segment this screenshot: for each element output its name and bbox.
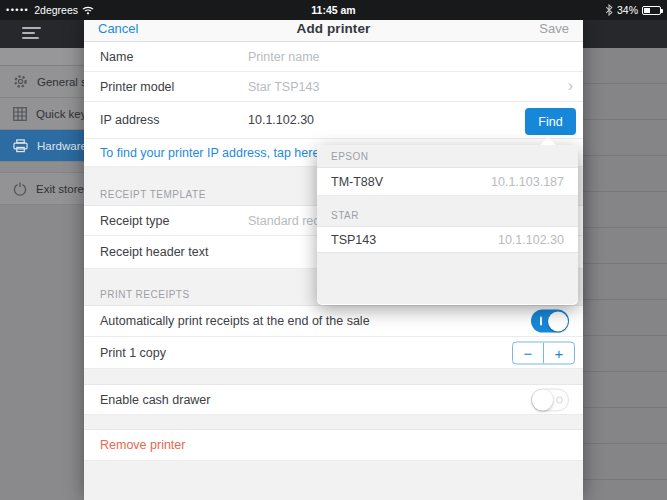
auto-print-toggle[interactable] bbox=[531, 310, 569, 333]
receipt-header-text-label: Receipt header text bbox=[100, 245, 208, 259]
power-icon bbox=[13, 182, 27, 196]
grid-icon bbox=[13, 107, 27, 121]
dimmed-background bbox=[583, 48, 667, 500]
print-receipts-section-label: PRINT RECEIPTS bbox=[100, 289, 190, 300]
sidebar-item-label: Hardware bbox=[37, 140, 87, 152]
print-copies-label: Print 1 copy bbox=[100, 346, 166, 360]
find-button[interactable]: Find bbox=[525, 108, 576, 135]
ip-help-link[interactable]: To find your printer IP address, tap her… bbox=[100, 146, 319, 160]
screen: ••••• 2degrees 11:45 am 34% bbox=[0, 0, 667, 500]
copies-stepper: − + bbox=[512, 341, 575, 364]
print-copies-row: Print 1 copy − + bbox=[84, 337, 583, 369]
name-label: Name bbox=[100, 50, 133, 64]
wifi-icon bbox=[82, 6, 94, 15]
printer-ip: 10.1.102.30 bbox=[498, 233, 564, 247]
modal-title: Add printer bbox=[84, 21, 583, 36]
popover-footer-area bbox=[317, 253, 578, 304]
menu-icon[interactable] bbox=[22, 27, 42, 41]
status-bar: ••••• 2degrees 11:45 am 34% bbox=[0, 0, 667, 20]
signal-strength-icon: ••••• bbox=[6, 5, 29, 15]
gear-icon bbox=[13, 74, 28, 89]
printer-model-value: Star TSP143 bbox=[248, 80, 319, 94]
printer-icon bbox=[13, 139, 28, 153]
printer-model-row[interactable]: Printer model Star TSP143 › bbox=[84, 72, 583, 102]
chevron-right-icon: › bbox=[568, 77, 573, 95]
section-gap bbox=[84, 369, 583, 385]
status-right: 34% bbox=[605, 4, 661, 16]
popover-arrow bbox=[540, 137, 556, 145]
section-gap bbox=[84, 415, 583, 430]
receipt-type-label: Receipt type bbox=[100, 214, 169, 228]
sidebar-item-general-settings[interactable]: General se bbox=[0, 66, 84, 98]
sidebar-item-label: Exit store bbox=[36, 183, 84, 195]
cash-drawer-label: Enable cash drawer bbox=[100, 393, 210, 407]
popover-group-header-star: STAR bbox=[317, 196, 578, 227]
sidebar-gap bbox=[0, 162, 84, 173]
name-input[interactable]: Printer name bbox=[248, 50, 320, 64]
popover-printer-item[interactable]: TSP143 10.1.102.30 bbox=[317, 227, 578, 253]
clock: 11:45 am bbox=[0, 4, 667, 16]
status-left: ••••• 2degrees bbox=[6, 4, 94, 16]
receipt-template-section-label: RECEIPT TEMPLATE bbox=[100, 189, 206, 200]
remove-printer-button[interactable]: Remove printer bbox=[100, 438, 185, 452]
sidebar-item-exit-store[interactable]: Exit store bbox=[0, 173, 84, 205]
printer-name: TM-T88V bbox=[331, 175, 383, 189]
increment-button[interactable]: + bbox=[543, 342, 574, 363]
settings-sidebar: General se Quick keys Hardware Exit stor… bbox=[0, 48, 84, 500]
ip-address-value[interactable]: 10.1.102.30 bbox=[248, 113, 314, 127]
popover-printer-item[interactable]: TM-T88V 10.1.103.187 bbox=[317, 168, 578, 196]
printer-list-popover: EPSON TM-T88V 10.1.103.187 STAR TSP143 1… bbox=[317, 145, 578, 305]
carrier-label: 2degrees bbox=[34, 4, 78, 16]
battery-percent: 34% bbox=[617, 4, 638, 16]
popover-group-header-epson: EPSON bbox=[317, 145, 578, 168]
auto-print-label: Automatically print receipts at the end … bbox=[100, 314, 370, 328]
decrement-button[interactable]: − bbox=[513, 342, 543, 363]
cancel-button[interactable]: Cancel bbox=[98, 21, 138, 36]
sidebar-item-quick-keys[interactable]: Quick keys bbox=[0, 98, 84, 130]
cash-drawer-toggle[interactable] bbox=[531, 388, 569, 411]
name-row[interactable]: Name Printer name bbox=[84, 42, 583, 72]
sidebar-top-band bbox=[0, 48, 84, 66]
cash-drawer-row: Enable cash drawer bbox=[84, 385, 583, 415]
battery-icon bbox=[642, 6, 661, 15]
ip-address-row[interactable]: IP address 10.1.102.30 Find bbox=[84, 102, 583, 139]
ip-address-label: IP address bbox=[100, 113, 160, 127]
auto-print-row: Automatically print receipts at the end … bbox=[84, 306, 583, 337]
printer-name: TSP143 bbox=[331, 233, 376, 247]
printer-model-label: Printer model bbox=[100, 80, 174, 94]
bluetooth-icon bbox=[605, 4, 613, 16]
modal-footer-area bbox=[84, 461, 583, 500]
save-button[interactable]: Save bbox=[539, 21, 569, 36]
sidebar-item-hardware[interactable]: Hardware bbox=[0, 130, 84, 162]
printer-ip: 10.1.103.187 bbox=[491, 175, 564, 189]
remove-printer-row[interactable]: Remove printer bbox=[84, 430, 583, 461]
